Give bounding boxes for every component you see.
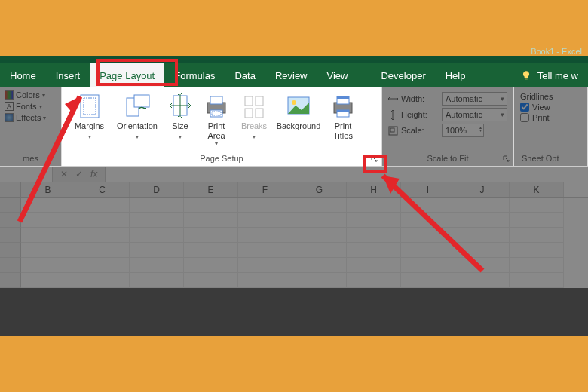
cell[interactable]	[455, 243, 510, 258]
cell[interactable]	[21, 198, 75, 213]
cell[interactable]	[347, 258, 401, 273]
cell[interactable]	[130, 273, 184, 288]
tab-developer[interactable]: Developer	[371, 63, 435, 87]
cell[interactable]	[75, 273, 130, 288]
print-area-button[interactable]: Print Area▾	[198, 92, 234, 147]
breaks-button[interactable]: Breaks▾	[236, 92, 272, 147]
cell[interactable]	[75, 228, 130, 243]
column-header[interactable]: I	[401, 182, 455, 197]
column-header[interactable]: G	[292, 182, 347, 197]
cell[interactable]	[130, 258, 184, 273]
cell[interactable]	[455, 228, 510, 243]
row-header[interactable]	[0, 273, 21, 288]
cell[interactable]	[238, 258, 292, 273]
column-header[interactable]: B	[21, 182, 75, 197]
fx-icon[interactable]: fx	[90, 169, 97, 179]
cell[interactable]	[184, 213, 238, 228]
cell[interactable]	[238, 198, 292, 213]
cell[interactable]	[510, 213, 564, 228]
colors-dropdown[interactable]: Colors▾	[5, 90, 58, 100]
gridlines-view-checkbox[interactable]: View	[520, 103, 581, 112]
worksheet[interactable]: BCDEFGHIJK	[0, 182, 588, 288]
cell[interactable]	[455, 273, 510, 288]
cell[interactable]	[130, 213, 184, 228]
cell[interactable]	[347, 198, 401, 213]
enter-icon[interactable]: ✓	[75, 169, 83, 179]
scale-dialog-launcher[interactable]	[501, 154, 512, 164]
tab-help[interactable]: Help	[436, 63, 476, 87]
cell[interactable]	[292, 258, 347, 273]
name-box[interactable]	[0, 167, 53, 182]
fonts-dropdown[interactable]: AFonts▾	[5, 102, 58, 111]
cell[interactable]	[347, 243, 401, 258]
row-header[interactable]	[0, 243, 21, 258]
column-header[interactable]: K	[510, 182, 564, 197]
row-header[interactable]	[0, 228, 21, 243]
cell[interactable]	[184, 243, 238, 258]
cell[interactable]	[21, 243, 75, 258]
tab-review[interactable]: Review	[265, 63, 317, 87]
column-header[interactable]: E	[184, 182, 238, 197]
cell[interactable]	[184, 273, 238, 288]
column-header[interactable]: H	[347, 182, 401, 197]
height-dropdown[interactable]: Automatic	[442, 108, 507, 121]
cell[interactable]	[238, 213, 292, 228]
page-setup-dialog-launcher[interactable]	[369, 154, 380, 164]
row-header[interactable]	[0, 258, 21, 273]
cell[interactable]	[238, 273, 292, 288]
cell[interactable]	[292, 273, 347, 288]
tab-insert[interactable]: Insert	[46, 63, 90, 87]
cell[interactable]	[455, 258, 510, 273]
cell[interactable]	[455, 213, 510, 228]
cell[interactable]	[401, 258, 455, 273]
cell[interactable]	[238, 228, 292, 243]
cell[interactable]	[21, 258, 75, 273]
cell[interactable]	[130, 228, 184, 243]
cell[interactable]	[292, 213, 347, 228]
effects-dropdown[interactable]: Effects▾	[5, 113, 58, 122]
cell[interactable]	[292, 243, 347, 258]
column-header[interactable]: C	[75, 182, 130, 197]
cell[interactable]	[130, 198, 184, 213]
cell[interactable]	[401, 273, 455, 288]
cell[interactable]	[21, 228, 75, 243]
cell[interactable]	[75, 213, 130, 228]
cell[interactable]	[292, 228, 347, 243]
cell[interactable]	[238, 243, 292, 258]
background-button[interactable]: Background	[274, 92, 323, 147]
column-header[interactable]: D	[130, 182, 184, 197]
column-header[interactable]: J	[455, 182, 510, 197]
cell[interactable]	[184, 228, 238, 243]
cell[interactable]	[510, 228, 564, 243]
cell[interactable]	[510, 243, 564, 258]
tab-formulas[interactable]: Formulas	[164, 63, 225, 87]
scale-spinner[interactable]: 100%	[442, 124, 484, 137]
cell[interactable]	[401, 213, 455, 228]
cell[interactable]	[510, 273, 564, 288]
tab-home[interactable]: Home	[0, 63, 46, 87]
cell[interactable]	[510, 198, 564, 213]
cell[interactable]	[401, 228, 455, 243]
size-button[interactable]: Size▾	[164, 92, 197, 147]
cell[interactable]	[401, 243, 455, 258]
cell[interactable]	[401, 198, 455, 213]
row-header[interactable]	[0, 213, 21, 228]
cell[interactable]	[75, 198, 130, 213]
tab-page-layout[interactable]: Page Layout	[90, 63, 164, 87]
column-header[interactable]: F	[238, 182, 292, 197]
cell[interactable]	[75, 243, 130, 258]
orientation-button[interactable]: Orientation▾	[112, 92, 162, 147]
formula-input[interactable]	[105, 167, 588, 182]
cell[interactable]	[347, 273, 401, 288]
margins-button[interactable]: Margins▾	[68, 92, 111, 147]
row-header[interactable]	[0, 198, 21, 213]
cell[interactable]	[184, 258, 238, 273]
cell[interactable]	[455, 198, 510, 213]
cell[interactable]	[21, 273, 75, 288]
cell[interactable]	[347, 228, 401, 243]
cell[interactable]	[292, 198, 347, 213]
cell[interactable]	[510, 258, 564, 273]
print-titles-button[interactable]: Print Titles	[325, 92, 361, 147]
gridlines-print-checkbox[interactable]: Print	[520, 113, 581, 122]
cancel-icon[interactable]: ✕	[60, 169, 68, 179]
